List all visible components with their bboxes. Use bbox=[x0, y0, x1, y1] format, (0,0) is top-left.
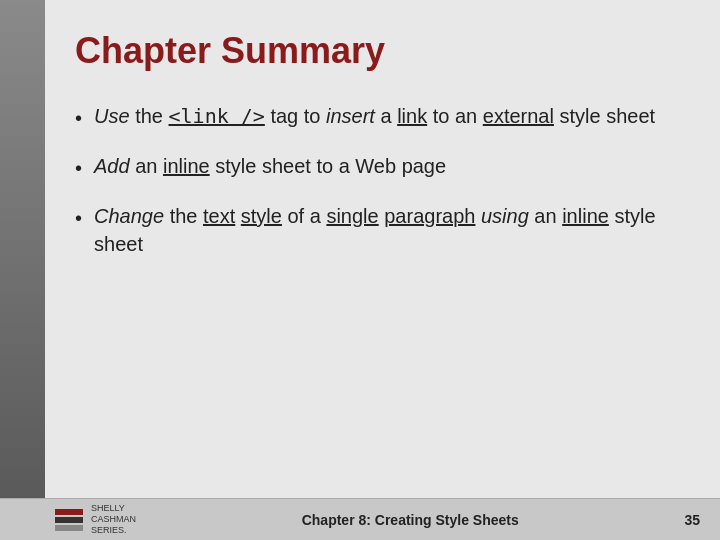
logo-line-gray bbox=[55, 525, 83, 531]
logo-box bbox=[55, 509, 83, 531]
logo-line-dark bbox=[55, 517, 83, 523]
footer-page-number: 35 bbox=[684, 512, 700, 528]
logo-text-1: SHELLY bbox=[91, 503, 136, 514]
left-bar bbox=[0, 0, 45, 498]
slide-title: Chapter Summary bbox=[75, 30, 680, 72]
bullet-text-3: Change the text style of a single paragr… bbox=[94, 202, 680, 258]
logo-text-2: CASHMAN bbox=[91, 514, 136, 525]
bullet-list: • Use the <link /> tag to insert a link … bbox=[75, 102, 680, 278]
bullet-text-1: Use the <link /> tag to insert a link to… bbox=[94, 102, 655, 130]
bullet-item-1: • Use the <link /> tag to insert a link … bbox=[75, 102, 680, 132]
bullet-item-3: • Change the text style of a single para… bbox=[75, 202, 680, 258]
logo-text-3: SERIES. bbox=[91, 525, 136, 536]
content-area: Chapter Summary • Use the <link /> tag t… bbox=[45, 0, 720, 498]
bullet-text-2: Add an inline style sheet to a Web page bbox=[94, 152, 446, 180]
slide-container: Chapter Summary • Use the <link /> tag t… bbox=[0, 0, 720, 498]
bullet-dot-2: • bbox=[75, 154, 82, 182]
logo-line-red bbox=[55, 509, 83, 515]
bullet-item-2: • Add an inline style sheet to a Web pag… bbox=[75, 152, 680, 182]
footer-logo: SHELLY CASHMAN SERIES. bbox=[55, 503, 136, 535]
bullet-dot-3: • bbox=[75, 204, 82, 232]
bullet-dot-1: • bbox=[75, 104, 82, 132]
footer: SHELLY CASHMAN SERIES. Chapter 8: Creati… bbox=[0, 498, 720, 540]
footer-chapter-text: Chapter 8: Creating Style Sheets bbox=[302, 512, 519, 528]
